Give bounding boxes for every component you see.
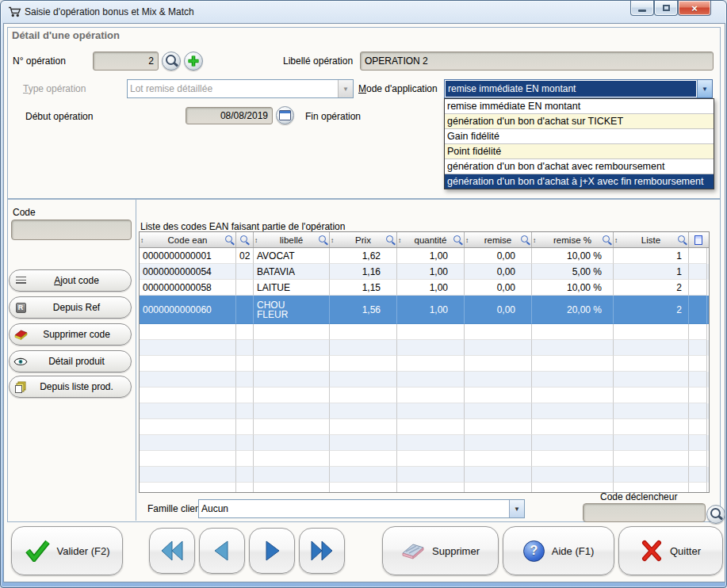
type-operation-value: Lot remise détaillée [128, 80, 338, 97]
sort-icon: ↕ [140, 236, 143, 243]
depuis-liste-prod-label: Depuis liste prod. [32, 381, 131, 392]
column-header-libelle[interactable]: ↕libellé [254, 232, 330, 247]
search-icon[interactable] [386, 235, 393, 242]
right-arrow-icon [262, 540, 282, 562]
dropdown-option[interactable]: Point fidélité [445, 144, 714, 159]
magnifier-icon [166, 55, 176, 65]
code-input[interactable] [11, 220, 132, 240]
red-x-icon [641, 540, 663, 562]
famille-client-combobox[interactable]: Aucun ▼ [198, 499, 525, 518]
minimize-icon [638, 10, 646, 12]
title-bar[interactable]: Saisie d'opération bonus et Mix & Match … [1, 1, 726, 23]
aide-button[interactable]: ? Aide (F1) [503, 526, 614, 575]
dropdown-option-highlighted[interactable]: génération d'un bon d'achat à j+X avec f… [445, 174, 714, 189]
dropdown-option[interactable]: génération d'un bon d'achat sur TICKET [445, 114, 714, 129]
libelle-operation-field[interactable]: OPERATION 2 [360, 52, 714, 71]
dropdown-option[interactable]: remise immédiate EN montant [445, 99, 714, 114]
plus-icon [187, 55, 200, 67]
ajout-code-button[interactable]: Ajout code [9, 269, 132, 292]
ref-icon: R [10, 303, 32, 313]
table-row[interactable]: 0000000000054 BATAVIA1,16 1,000,00 5,00 … [140, 264, 709, 280]
dropdown-option[interactable]: Gain fidélité [445, 129, 714, 144]
dropdown-option[interactable]: génération d'un bon d'achat avec rembour… [445, 159, 714, 174]
ajout-code-label: Ajout code [32, 275, 131, 286]
search-icon[interactable] [225, 235, 232, 242]
mode-application-combobox[interactable]: remise immédiate EN montant ▼ [444, 79, 713, 98]
code-declencheur-field[interactable] [583, 503, 706, 522]
double-left-arrow-icon [159, 540, 185, 562]
search-operation-button[interactable] [162, 52, 181, 71]
fin-operation-label: Fin opération [305, 111, 361, 122]
valider-button[interactable]: Valider (F2) [11, 526, 123, 575]
window-title: Saisie d'opération bonus et Mix & Match [25, 6, 194, 17]
search-icon[interactable] [678, 235, 685, 242]
table-row[interactable]: 000000000000102 AVOCAT1,62 1,000,00 10,0… [140, 248, 709, 264]
column-header-liste[interactable]: ↕Liste [614, 232, 689, 247]
search-icon[interactable] [319, 235, 326, 242]
column-header-remise-pct[interactable]: ↕remise % [532, 232, 614, 247]
page-title: Détail d'une opération [12, 29, 120, 41]
detail-produit-button[interactable]: Détail produit [9, 350, 132, 372]
table-row-selected[interactable]: 0000000000060 CHOU FLEUR1,56 1,000,00 20… [140, 296, 709, 324]
quitter-button[interactable]: Quitter [618, 526, 723, 575]
table-row-empty [140, 403, 709, 419]
sort-icon: ↕ [614, 236, 618, 243]
first-record-button[interactable] [149, 528, 195, 574]
panel-divider [136, 199, 136, 521]
search-icon[interactable] [453, 235, 461, 242]
debut-operation-value: 08/08/2019 [220, 110, 268, 121]
previous-record-button[interactable] [199, 528, 245, 574]
table-row-empty [140, 419, 709, 435]
chevron-down-icon[interactable]: ▼ [697, 80, 712, 97]
sort-icon: ↕ [254, 236, 258, 243]
minimize-button[interactable] [630, 1, 654, 16]
column-header-prix[interactable]: ↕Prix [330, 232, 397, 247]
table-row-empty [140, 372, 709, 388]
eraser-icon [401, 541, 425, 560]
close-icon: × [691, 2, 698, 14]
column-header-grid[interactable] [689, 232, 707, 247]
calendar-button[interactable] [276, 106, 294, 124]
supprimer-button[interactable]: Supprimer [382, 526, 499, 575]
libelle-operation-value: OPERATION 2 [365, 55, 428, 67]
table-row-empty [140, 451, 709, 467]
add-operation-button[interactable] [184, 52, 203, 71]
column-header-code-ean[interactable]: ↕Code ean [140, 232, 236, 247]
last-record-button[interactable] [299, 528, 345, 574]
depuis-liste-prod-button[interactable]: Depuis liste prod. [9, 376, 132, 398]
table-row-empty [140, 324, 709, 340]
maximize-button[interactable] [654, 1, 678, 16]
search-icon[interactable] [521, 235, 528, 242]
quitter-label: Quitter [670, 545, 701, 557]
debut-operation-field[interactable]: 08/08/2019 [186, 107, 273, 124]
famille-client-label: Famille client [147, 503, 203, 514]
column-header-quantite[interactable]: ↕quantité [397, 232, 465, 247]
search-icon[interactable] [240, 235, 247, 242]
column-header-remise[interactable]: ↕remise [465, 232, 532, 247]
num-operation-field[interactable]: 2 [93, 52, 159, 71]
depuis-ref-button[interactable]: R Depuis Ref [9, 296, 132, 319]
table-header: ↕Code ean ↕libellé ↕Prix ↕quantité ↕remi… [140, 232, 709, 248]
search-declencheur-button[interactable] [706, 505, 725, 524]
next-record-button[interactable] [249, 528, 295, 574]
code-declencheur-label: Code déclencheur [600, 491, 677, 502]
detail-produit-label: Détail produit [32, 356, 131, 367]
close-button[interactable]: × [678, 1, 711, 16]
num-operation-value: 2 [148, 55, 154, 67]
search-icon[interactable] [603, 235, 610, 242]
type-operation-combobox[interactable]: Lot remise détaillée ▼ [127, 79, 354, 98]
calendar-icon [279, 110, 291, 120]
eye-icon [10, 357, 32, 366]
libelle-operation-label: Libellé opération [283, 55, 353, 67]
table-empty-area [140, 324, 709, 493]
table-row[interactable]: 0000000000058 LAITUE1,15 1,000,00 10,00 … [140, 280, 709, 296]
column-header-extra[interactable] [236, 232, 254, 247]
chevron-down-icon[interactable]: ▼ [509, 500, 524, 517]
table-row-empty [140, 388, 709, 403]
table-row-empty [140, 467, 709, 483]
valider-label: Valider (F2) [57, 545, 110, 557]
supprimer-code-button[interactable]: Supprimer code [9, 323, 132, 346]
chevron-down-icon: ▼ [338, 80, 353, 97]
supprimer-label: Supprimer [432, 545, 480, 557]
num-operation-label: N° opération [13, 55, 66, 67]
